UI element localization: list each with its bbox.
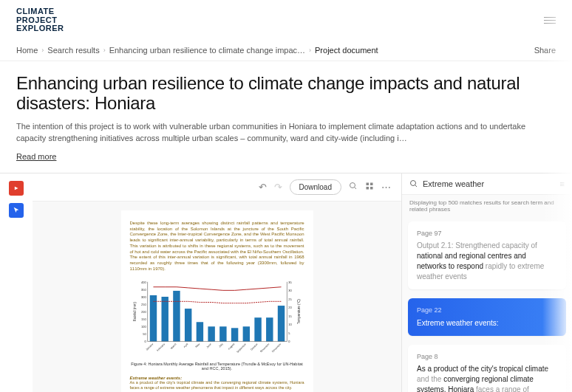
breadcrumb-current: Project document xyxy=(315,46,378,55)
svg-text:5: 5 xyxy=(288,331,290,335)
search-result[interactable]: Page 97 Output 2.1: Strengthened capacit… xyxy=(408,221,566,290)
svg-text:0: 0 xyxy=(144,340,146,343)
svg-line-53 xyxy=(415,185,418,187)
svg-text:December: December xyxy=(271,343,282,354)
more-icon[interactable]: ⋯ xyxy=(381,182,391,193)
menu-icon[interactable] xyxy=(544,17,556,24)
svg-text:January: January xyxy=(145,343,154,351)
chevron-right-icon: › xyxy=(103,47,106,54)
svg-rect-5 xyxy=(370,187,373,190)
project-description: The intention of this project is to work… xyxy=(16,121,534,145)
breadcrumb-home[interactable]: Home xyxy=(16,46,38,55)
redo-icon[interactable]: ↷ xyxy=(274,182,282,193)
svg-rect-23 xyxy=(149,295,156,341)
svg-rect-4 xyxy=(367,187,370,190)
svg-rect-26 xyxy=(184,309,191,341)
doc-paragraph: Despite these long-term averages showing… xyxy=(130,221,304,272)
grid-icon[interactable] xyxy=(365,182,374,193)
breadcrumb-project[interactable]: Enhancing urban resilience to climate ch… xyxy=(109,46,305,55)
svg-text:400: 400 xyxy=(141,281,146,284)
page-title: Enhancing urban resilience to climate ch… xyxy=(16,73,556,114)
svg-rect-27 xyxy=(196,322,202,341)
cursor-icon[interactable] xyxy=(9,203,24,218)
search-bar: ≡ xyxy=(402,173,572,195)
svg-rect-3 xyxy=(370,182,373,185)
svg-line-1 xyxy=(355,187,357,189)
svg-rect-32 xyxy=(254,317,261,341)
svg-text:350: 350 xyxy=(141,288,146,292)
document-pane: ↶ ↷ Download ⋯ Despite these long-term a… xyxy=(33,173,402,392)
result-snippet: As a product of the city's tropical clim… xyxy=(417,364,557,392)
breadcrumb-results[interactable]: Search results xyxy=(47,46,99,55)
chart-caption: Figure 4: Honiara Monthly Average Rainfa… xyxy=(130,362,304,371)
read-more-link[interactable]: Read more xyxy=(16,152,56,161)
svg-text:100: 100 xyxy=(141,325,146,329)
svg-text:April: April xyxy=(183,343,188,348)
search-info: Displaying top 500 matches results for s… xyxy=(402,195,572,217)
svg-text:June: June xyxy=(205,343,211,348)
search-icon[interactable] xyxy=(349,182,358,193)
svg-rect-33 xyxy=(266,317,273,341)
svg-rect-25 xyxy=(173,291,180,342)
result-snippet: Extreme weather events: xyxy=(417,318,557,329)
svg-text:October: October xyxy=(250,343,259,351)
svg-text:March: March xyxy=(170,343,177,350)
search-result[interactable]: Page 8 As a product of the city's tropic… xyxy=(408,345,566,392)
svg-rect-34 xyxy=(277,306,284,341)
svg-rect-30 xyxy=(231,328,237,341)
svg-rect-29 xyxy=(219,326,226,341)
result-page: Page 97 xyxy=(417,229,557,238)
brand-line: EXPLORER xyxy=(16,24,64,33)
svg-text:February: February xyxy=(156,343,166,352)
share-link[interactable]: Share xyxy=(534,46,556,55)
svg-text:10: 10 xyxy=(288,323,292,326)
svg-text:May: May xyxy=(194,343,200,348)
doc-section-body: As a product of the city's tropical clim… xyxy=(130,380,304,391)
svg-text:35: 35 xyxy=(288,281,292,284)
result-page: Page 22 xyxy=(417,306,557,315)
svg-text:15: 15 xyxy=(288,314,292,318)
svg-text:20: 20 xyxy=(288,306,292,309)
svg-text:30: 30 xyxy=(288,289,292,292)
search-icon xyxy=(409,179,418,188)
svg-rect-28 xyxy=(208,326,214,341)
download-button[interactable]: Download xyxy=(290,179,341,195)
chevron-right-icon: › xyxy=(41,47,44,54)
svg-point-0 xyxy=(350,182,355,188)
svg-text:July: July xyxy=(218,343,223,348)
search-input[interactable] xyxy=(423,179,556,188)
svg-rect-2 xyxy=(367,182,370,185)
brand-logo[interactable]: CLIMATE PROJECT EXPLORER xyxy=(16,7,64,33)
document-page: Despite these long-term averages showing… xyxy=(121,210,313,392)
svg-text:50: 50 xyxy=(143,332,146,336)
result-page: Page 8 xyxy=(417,352,557,362)
svg-text:Temperature (°C): Temperature (°C) xyxy=(297,299,301,324)
search-result-active[interactable]: Page 22 Extreme weather events: xyxy=(408,298,566,336)
svg-rect-24 xyxy=(161,297,168,341)
rainfall-chart: 05010015020025030035040005101520253035Ja… xyxy=(130,277,304,359)
filter-icon[interactable]: ≡ xyxy=(560,179,565,188)
svg-text:Rainfall (mm): Rainfall (mm) xyxy=(132,301,136,321)
svg-text:September: September xyxy=(236,343,247,354)
breadcrumb: Home › Search results › Enhancing urban … xyxy=(16,46,378,55)
svg-text:200: 200 xyxy=(141,310,146,314)
svg-text:150: 150 xyxy=(141,317,146,321)
svg-text:250: 250 xyxy=(141,303,146,306)
left-rail: ▸ xyxy=(0,173,33,392)
search-pane: ≡ Displaying top 500 matches results for… xyxy=(402,173,572,392)
result-snippet: Output 2.1: Strengthened capacity of nat… xyxy=(417,241,557,282)
svg-text:300: 300 xyxy=(141,295,146,299)
svg-text:August: August xyxy=(227,343,234,350)
document-toolbar: ↶ ↷ Download ⋯ xyxy=(33,173,401,202)
svg-text:November: November xyxy=(259,343,270,354)
chevron-right-icon: › xyxy=(309,47,311,54)
pdf-icon[interactable]: ▸ xyxy=(9,181,24,196)
undo-icon[interactable]: ↶ xyxy=(259,182,267,193)
svg-text:0: 0 xyxy=(288,340,290,343)
svg-rect-31 xyxy=(242,326,249,341)
brand-line: CLIMATE xyxy=(16,7,64,16)
svg-text:25: 25 xyxy=(288,298,292,301)
svg-point-52 xyxy=(411,180,416,185)
